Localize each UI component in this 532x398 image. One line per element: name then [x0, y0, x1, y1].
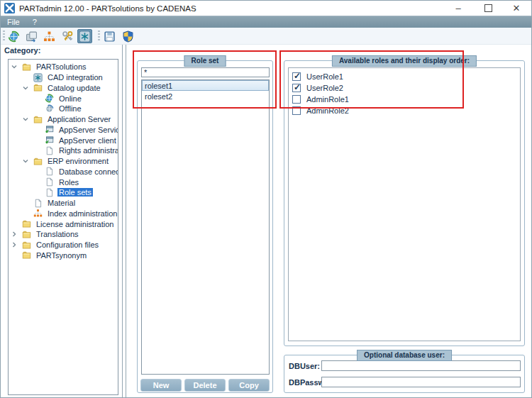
toolbar-grip[interactable]: [3, 31, 5, 42]
tree-item-appserver-client[interactable]: AppServer client: [9, 135, 118, 145]
partadmin-window: PARTadmin 12.00 - PARTsolutions by CADEN…: [0, 0, 532, 398]
tree-item-role-sets[interactable]: Role sets: [9, 187, 118, 198]
menu-file[interactable]: File: [1, 16, 26, 28]
chevron-down-icon[interactable]: [22, 157, 29, 165]
folder-icon: [33, 83, 43, 92]
new-button[interactable]: New: [140, 379, 182, 392]
splitter-line[interactable]: [126, 45, 126, 398]
appserver-icon: [45, 136, 54, 145]
folder-icon: [22, 230, 31, 239]
splitter-line[interactable]: [122, 45, 123, 398]
tree-item-rights-administration[interactable]: Rights administration: [9, 145, 118, 156]
folder-icon: [22, 250, 31, 260]
chevron-down-icon[interactable]: [22, 116, 29, 123]
tree-item-catalog-update[interactable]: Catalog update: [9, 83, 118, 94]
globe-online-icon: [45, 94, 54, 103]
chevron-right-icon[interactable]: [11, 231, 18, 238]
index-icon: [33, 209, 43, 218]
roleset-list: roleset1 roleset2: [141, 79, 270, 375]
document-icon: [45, 177, 54, 187]
tree-item-offline[interactable]: Offline: [9, 104, 118, 114]
folder-icon: [22, 219, 31, 228]
tree-item-translations[interactable]: Translations: [9, 229, 118, 240]
delete-button[interactable]: Delete: [184, 379, 226, 392]
cad-integration-button[interactable]: [77, 29, 92, 43]
optional-db-user-groupbox: Optional database user: DBUser: DBPasswo…: [284, 355, 525, 393]
catalog-update-button[interactable]: [6, 29, 21, 43]
menu-bar: File ?: [1, 16, 531, 28]
tree-item-appserver-service[interactable]: AppServer Service: [9, 125, 118, 136]
tree-item-index-administration[interactable]: Index administration: [9, 209, 118, 219]
menu-help[interactable]: ?: [26, 16, 43, 28]
chevron-down-icon[interactable]: [11, 63, 18, 70]
dbpassword-input[interactable]: [321, 377, 521, 387]
highlight-rectangle-roles: [279, 50, 464, 109]
tree-item-cad-integration[interactable]: CAD integration: [9, 72, 118, 83]
catalog-transfer-icon: [26, 31, 38, 43]
tree-item-application-server[interactable]: Application Server: [9, 114, 118, 125]
save-button[interactable]: [102, 29, 117, 43]
folder-icon: [33, 157, 43, 166]
tree-item-roles[interactable]: Roles: [9, 177, 118, 187]
catalog-transfer-button[interactable]: [24, 29, 39, 43]
document-icon: [45, 188, 54, 197]
tree-item-material[interactable]: Material: [9, 198, 118, 209]
tree-item-online[interactable]: Online: [9, 93, 118, 104]
tree-item-erp-environment[interactable]: ERP environment: [9, 156, 118, 167]
role-set-groupbox: Role set roleset1 roleset2 New Delete Co…: [137, 60, 273, 393]
chevron-right-icon[interactable]: [11, 241, 18, 248]
uac-shield-icon: [122, 31, 134, 43]
cad-icon: [33, 73, 43, 82]
close-button[interactable]: ✕: [504, 1, 528, 16]
catalog-update-icon: [8, 31, 20, 43]
toolbar-separator: [98, 31, 100, 42]
chevron-down-icon[interactable]: [22, 84, 29, 92]
tree-item-license-administration[interactable]: License administration: [9, 219, 118, 229]
admin-elevation-button[interactable]: [121, 29, 135, 43]
globe-offline-icon: [45, 104, 54, 114]
folder-icon: [33, 115, 43, 124]
category-label: Category:: [4, 46, 40, 55]
save-icon: [104, 31, 116, 43]
rights-button[interactable]: [60, 29, 75, 43]
dbuser-label: DBUser:: [289, 362, 320, 370]
tree-item-partsolutions[interactable]: PARTsolutions: [9, 62, 118, 72]
rights-keys-icon: [62, 31, 74, 43]
index-administration-icon: [43, 31, 55, 43]
maximize-button[interactable]: [476, 1, 500, 16]
folder-icon: [22, 62, 31, 72]
dbuser-input[interactable]: [321, 360, 521, 371]
appserver-icon: [45, 125, 54, 134]
maximize-icon: [484, 4, 492, 12]
window-title: PARTadmin 12.00 - PARTsolutions by CADEN…: [19, 4, 196, 13]
optional-db-user-title: Optional database user:: [357, 350, 452, 361]
tree-item-partsynonym[interactable]: PARTsynonym: [9, 250, 118, 261]
cadenas-app-icon: [4, 3, 15, 13]
document-icon: [45, 167, 54, 176]
toolbar: [1, 28, 531, 45]
cad-integration-icon: [79, 31, 91, 43]
minimize-button[interactable]: –: [446, 1, 470, 16]
highlight-rectangle-roleset: [133, 50, 277, 109]
folder-icon: [22, 241, 31, 250]
title-bar: PARTadmin 12.00 - PARTsolutions by CADEN…: [1, 1, 531, 16]
document-icon: [33, 199, 43, 208]
index-administration-button[interactable]: [42, 29, 57, 43]
tree-item-database-connection[interactable]: Database connection: [9, 167, 118, 177]
tree-item-configuration-files[interactable]: Configuration files: [9, 240, 118, 250]
copy-button[interactable]: Copy: [228, 379, 270, 392]
document-icon: [45, 146, 54, 155]
category-tree: PARTsolutions CAD integration Catalog up…: [8, 59, 118, 395]
